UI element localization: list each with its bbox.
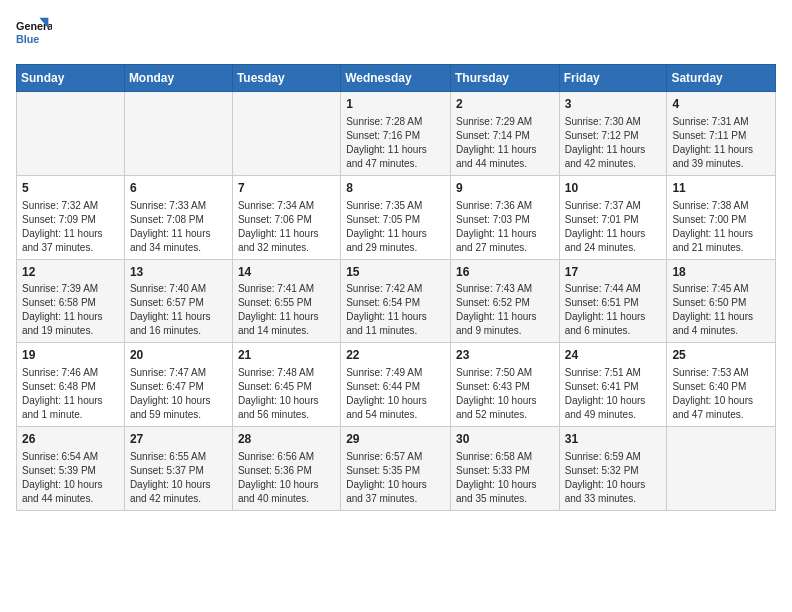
calendar-cell: 5Sunrise: 7:32 AM Sunset: 7:09 PM Daylig…: [17, 175, 125, 259]
day-number: 22: [346, 347, 445, 364]
day-number: 23: [456, 347, 554, 364]
calendar-cell: 30Sunrise: 6:58 AM Sunset: 5:33 PM Dayli…: [450, 427, 559, 511]
day-number: 7: [238, 180, 335, 197]
calendar-cell: 26Sunrise: 6:54 AM Sunset: 5:39 PM Dayli…: [17, 427, 125, 511]
calendar-cell: 15Sunrise: 7:42 AM Sunset: 6:54 PM Dayli…: [341, 259, 451, 343]
calendar-cell: 10Sunrise: 7:37 AM Sunset: 7:01 PM Dayli…: [559, 175, 667, 259]
calendar-cell: 16Sunrise: 7:43 AM Sunset: 6:52 PM Dayli…: [450, 259, 559, 343]
calendar-cell: 11Sunrise: 7:38 AM Sunset: 7:00 PM Dayli…: [667, 175, 776, 259]
col-saturday: Saturday: [667, 65, 776, 92]
day-number: 9: [456, 180, 554, 197]
day-info: Sunrise: 7:46 AM Sunset: 6:48 PM Dayligh…: [22, 366, 119, 422]
page-header: GeneralBlue: [16, 16, 776, 52]
day-number: 6: [130, 180, 227, 197]
day-info: Sunrise: 7:35 AM Sunset: 7:05 PM Dayligh…: [346, 199, 445, 255]
day-info: Sunrise: 6:54 AM Sunset: 5:39 PM Dayligh…: [22, 450, 119, 506]
day-number: 3: [565, 96, 662, 113]
calendar-cell: 22Sunrise: 7:49 AM Sunset: 6:44 PM Dayli…: [341, 343, 451, 427]
day-number: 12: [22, 264, 119, 281]
col-thursday: Thursday: [450, 65, 559, 92]
calendar-cell: 19Sunrise: 7:46 AM Sunset: 6:48 PM Dayli…: [17, 343, 125, 427]
day-info: Sunrise: 6:58 AM Sunset: 5:33 PM Dayligh…: [456, 450, 554, 506]
day-info: Sunrise: 7:30 AM Sunset: 7:12 PM Dayligh…: [565, 115, 662, 171]
day-info: Sunrise: 6:56 AM Sunset: 5:36 PM Dayligh…: [238, 450, 335, 506]
header-row: Sunday Monday Tuesday Wednesday Thursday…: [17, 65, 776, 92]
calendar-cell: 23Sunrise: 7:50 AM Sunset: 6:43 PM Dayli…: [450, 343, 559, 427]
calendar-cell: 25Sunrise: 7:53 AM Sunset: 6:40 PM Dayli…: [667, 343, 776, 427]
calendar-cell: 17Sunrise: 7:44 AM Sunset: 6:51 PM Dayli…: [559, 259, 667, 343]
logo-icon: GeneralBlue: [16, 16, 52, 52]
calendar-cell: 28Sunrise: 6:56 AM Sunset: 5:36 PM Dayli…: [232, 427, 340, 511]
day-info: Sunrise: 7:33 AM Sunset: 7:08 PM Dayligh…: [130, 199, 227, 255]
day-info: Sunrise: 7:51 AM Sunset: 6:41 PM Dayligh…: [565, 366, 662, 422]
day-number: 19: [22, 347, 119, 364]
col-tuesday: Tuesday: [232, 65, 340, 92]
calendar-cell: [232, 92, 340, 176]
col-friday: Friday: [559, 65, 667, 92]
day-info: Sunrise: 7:53 AM Sunset: 6:40 PM Dayligh…: [672, 366, 770, 422]
day-info: Sunrise: 7:36 AM Sunset: 7:03 PM Dayligh…: [456, 199, 554, 255]
day-number: 10: [565, 180, 662, 197]
calendar-cell: 31Sunrise: 6:59 AM Sunset: 5:32 PM Dayli…: [559, 427, 667, 511]
calendar-cell: 18Sunrise: 7:45 AM Sunset: 6:50 PM Dayli…: [667, 259, 776, 343]
calendar-cell: [124, 92, 232, 176]
day-info: Sunrise: 7:41 AM Sunset: 6:55 PM Dayligh…: [238, 282, 335, 338]
calendar-cell: 7Sunrise: 7:34 AM Sunset: 7:06 PM Daylig…: [232, 175, 340, 259]
col-monday: Monday: [124, 65, 232, 92]
day-number: 4: [672, 96, 770, 113]
day-info: Sunrise: 7:43 AM Sunset: 6:52 PM Dayligh…: [456, 282, 554, 338]
calendar-cell: 13Sunrise: 7:40 AM Sunset: 6:57 PM Dayli…: [124, 259, 232, 343]
day-number: 15: [346, 264, 445, 281]
week-row-1: 1Sunrise: 7:28 AM Sunset: 7:16 PM Daylig…: [17, 92, 776, 176]
day-info: Sunrise: 7:42 AM Sunset: 6:54 PM Dayligh…: [346, 282, 445, 338]
calendar-cell: 29Sunrise: 6:57 AM Sunset: 5:35 PM Dayli…: [341, 427, 451, 511]
day-info: Sunrise: 7:39 AM Sunset: 6:58 PM Dayligh…: [22, 282, 119, 338]
day-info: Sunrise: 7:31 AM Sunset: 7:11 PM Dayligh…: [672, 115, 770, 171]
calendar-cell: [667, 427, 776, 511]
calendar-cell: 6Sunrise: 7:33 AM Sunset: 7:08 PM Daylig…: [124, 175, 232, 259]
day-info: Sunrise: 7:34 AM Sunset: 7:06 PM Dayligh…: [238, 199, 335, 255]
calendar-cell: 21Sunrise: 7:48 AM Sunset: 6:45 PM Dayli…: [232, 343, 340, 427]
day-number: 16: [456, 264, 554, 281]
calendar-cell: 8Sunrise: 7:35 AM Sunset: 7:05 PM Daylig…: [341, 175, 451, 259]
calendar-cell: 20Sunrise: 7:47 AM Sunset: 6:47 PM Dayli…: [124, 343, 232, 427]
day-info: Sunrise: 7:49 AM Sunset: 6:44 PM Dayligh…: [346, 366, 445, 422]
calendar-body: 1Sunrise: 7:28 AM Sunset: 7:16 PM Daylig…: [17, 92, 776, 511]
day-number: 1: [346, 96, 445, 113]
day-number: 2: [456, 96, 554, 113]
col-wednesday: Wednesday: [341, 65, 451, 92]
week-row-2: 5Sunrise: 7:32 AM Sunset: 7:09 PM Daylig…: [17, 175, 776, 259]
calendar-cell: 9Sunrise: 7:36 AM Sunset: 7:03 PM Daylig…: [450, 175, 559, 259]
day-info: Sunrise: 7:50 AM Sunset: 6:43 PM Dayligh…: [456, 366, 554, 422]
day-number: 8: [346, 180, 445, 197]
calendar-table: Sunday Monday Tuesday Wednesday Thursday…: [16, 64, 776, 511]
day-info: Sunrise: 7:44 AM Sunset: 6:51 PM Dayligh…: [565, 282, 662, 338]
day-number: 18: [672, 264, 770, 281]
calendar-cell: 27Sunrise: 6:55 AM Sunset: 5:37 PM Dayli…: [124, 427, 232, 511]
week-row-3: 12Sunrise: 7:39 AM Sunset: 6:58 PM Dayli…: [17, 259, 776, 343]
calendar-cell: 24Sunrise: 7:51 AM Sunset: 6:41 PM Dayli…: [559, 343, 667, 427]
calendar-cell: [17, 92, 125, 176]
day-number: 11: [672, 180, 770, 197]
day-info: Sunrise: 6:57 AM Sunset: 5:35 PM Dayligh…: [346, 450, 445, 506]
calendar-cell: 3Sunrise: 7:30 AM Sunset: 7:12 PM Daylig…: [559, 92, 667, 176]
day-number: 29: [346, 431, 445, 448]
day-number: 28: [238, 431, 335, 448]
day-number: 24: [565, 347, 662, 364]
day-number: 20: [130, 347, 227, 364]
logo: GeneralBlue: [16, 16, 52, 52]
day-number: 31: [565, 431, 662, 448]
day-number: 26: [22, 431, 119, 448]
day-number: 14: [238, 264, 335, 281]
day-number: 25: [672, 347, 770, 364]
day-info: Sunrise: 7:37 AM Sunset: 7:01 PM Dayligh…: [565, 199, 662, 255]
week-row-5: 26Sunrise: 6:54 AM Sunset: 5:39 PM Dayli…: [17, 427, 776, 511]
day-info: Sunrise: 7:28 AM Sunset: 7:16 PM Dayligh…: [346, 115, 445, 171]
calendar-cell: 1Sunrise: 7:28 AM Sunset: 7:16 PM Daylig…: [341, 92, 451, 176]
day-info: Sunrise: 7:45 AM Sunset: 6:50 PM Dayligh…: [672, 282, 770, 338]
day-number: 13: [130, 264, 227, 281]
day-number: 30: [456, 431, 554, 448]
day-number: 21: [238, 347, 335, 364]
calendar-cell: 4Sunrise: 7:31 AM Sunset: 7:11 PM Daylig…: [667, 92, 776, 176]
day-info: Sunrise: 7:48 AM Sunset: 6:45 PM Dayligh…: [238, 366, 335, 422]
